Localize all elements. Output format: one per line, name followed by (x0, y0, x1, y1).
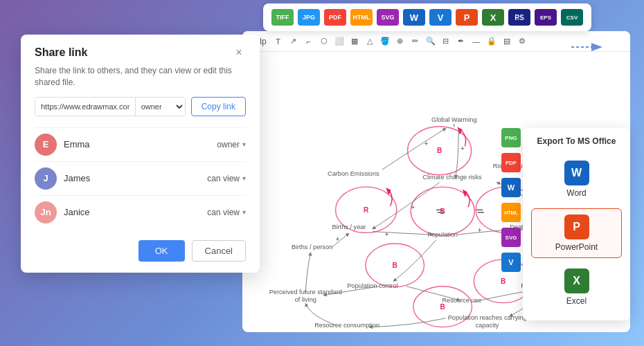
svg-text:Births / person: Births / person (292, 244, 332, 251)
format-jpg[interactable]: JPG (298, 9, 320, 26)
copy-link-button[interactable]: Copy link (191, 97, 246, 116)
zoom-tool[interactable]: 🔍 (424, 35, 437, 48)
cancel-button[interactable]: Cancel (192, 240, 246, 262)
user-row-janice: Jn Janice can view ▾ (35, 195, 246, 229)
svg-text:R: R (364, 206, 369, 214)
svg-text:Births / year: Births / year (332, 224, 366, 230)
export-label-excel: Excel (566, 296, 587, 306)
svg-text:Carbon Emissions: Carbon Emissions (328, 170, 379, 177)
svg-text:+: + (460, 145, 465, 152)
pen-tool[interactable]: ✒ (455, 35, 467, 48)
user-name-james: James (64, 173, 207, 183)
svg-text:+: + (411, 203, 415, 211)
user-name-emma: Emma (64, 139, 217, 149)
format-tool[interactable]: ▤ (501, 35, 513, 48)
export-items: W Word P PowerPoint X Excel (531, 154, 622, 312)
dialog-description: Share the link to others, and they can v… (21, 65, 260, 97)
user-row-james: J James can view ▾ (35, 161, 246, 195)
dialog-title: Share link (35, 46, 87, 59)
lock-tool[interactable]: 🔒 (485, 35, 498, 48)
chevron-down-icon: ▾ (242, 208, 246, 216)
user-row-emma: E Emma owner ▾ (35, 127, 246, 161)
link-input-wrap: owner can view can edit (35, 97, 186, 116)
user-role-james[interactable]: can view ▾ (207, 174, 246, 183)
avatar-janice: Jn (35, 201, 57, 224)
format-tiff[interactable]: TIFF (271, 9, 294, 26)
export-label-powerpoint: PowerPoint (555, 242, 598, 252)
svg-text:Population control: Population control (347, 282, 398, 289)
svg-text:capacity: capacity (476, 322, 499, 329)
chevron-down-icon: ▾ (242, 174, 246, 182)
side-icon-word[interactable]: W (501, 178, 521, 197)
svg-text:Resource consumption: Resource consumption (314, 322, 379, 329)
frame-tool[interactable]: ⊟ (440, 35, 452, 48)
edit-tool[interactable]: ✏ (409, 35, 422, 48)
export-panel-title: Export To MS Office (531, 136, 622, 146)
export-item-excel[interactable]: X Excel (531, 262, 622, 312)
side-icons: PNG PDF W HTML SVG V (501, 128, 521, 272)
svg-text:+: + (384, 230, 388, 238)
side-icon-vsd[interactable]: V (501, 253, 521, 272)
excel-icon: X (564, 268, 589, 293)
format-ppt[interactable]: P (456, 9, 478, 26)
svg-text:Climate change risks: Climate change risks (422, 174, 482, 181)
svg-text:B: B (501, 277, 506, 285)
svg-text:+: + (424, 140, 429, 147)
table-tool[interactable]: ▦ (348, 35, 361, 48)
user-role-janice[interactable]: can view ▾ (207, 208, 246, 217)
format-html[interactable]: HTML (350, 9, 373, 26)
avatar-james: J (35, 167, 57, 190)
export-label-word: Word (566, 188, 586, 198)
export-format-bar: TIFF JPG PDF HTML SVG W V P X PS EPS CSV (263, 3, 591, 31)
arrow-indicator: ← (514, 10, 528, 26)
format-csv[interactable]: CSV (561, 9, 583, 26)
svg-text:B: B (393, 262, 397, 269)
svg-text:+: + (336, 235, 340, 243)
ok-button[interactable]: OK (138, 240, 185, 262)
format-word[interactable]: W (403, 9, 425, 26)
format-pdf[interactable]: PDF (324, 9, 346, 26)
user-list: E Emma owner ▾ J James can view ▾ Jn Jan… (21, 127, 260, 229)
link-role-select[interactable]: owner can view can edit (135, 98, 185, 116)
dialog-header: Share link × (21, 35, 260, 65)
format-eps[interactable]: EPS (535, 9, 557, 26)
line-tool[interactable]: — (470, 35, 483, 48)
export-item-powerpoint[interactable]: P PowerPoint (531, 208, 622, 258)
side-icon-html[interactable]: HTML (501, 203, 521, 222)
arrow-tool[interactable]: ↗ (287, 35, 300, 48)
chevron-down-icon: ▾ (242, 140, 246, 148)
more-tool[interactable]: ⚙ (516, 35, 528, 48)
link-input[interactable] (35, 98, 135, 115)
user-role-emma[interactable]: owner ▾ (217, 140, 246, 149)
svg-text:B: B (440, 208, 445, 215)
shape-tool[interactable]: ⬡ (318, 35, 330, 48)
svg-marker-9 (463, 190, 467, 197)
svg-text:Population reaches carrying: Population reaches carrying (448, 314, 527, 321)
canvas-toolbar: Help T ↗ ⌐ ⬡ ⬜ ▦ △ 🪣 ⊕ ✏ 🔍 ⊟ ✒ — 🔒 ▤ ⚙ (242, 31, 630, 52)
user-name-janice: Janice (64, 207, 207, 217)
toolbar-icons: T ↗ ⌐ ⬡ ⬜ ▦ △ 🪣 ⊕ ✏ 🔍 ⊟ ✒ — 🔒 ▤ ⚙ (272, 35, 528, 48)
format-svg[interactable]: SVG (377, 9, 399, 26)
export-item-word[interactable]: W Word (531, 154, 622, 204)
svg-text:Global Warming: Global Warming (431, 116, 477, 123)
chart-tool[interactable]: △ (364, 35, 376, 48)
side-icon-png[interactable]: PNG (501, 128, 521, 147)
svg-text:B: B (440, 303, 445, 311)
format-vsd[interactable]: V (429, 9, 451, 26)
side-icon-pdf[interactable]: PDF (501, 153, 521, 172)
paint-tool[interactable]: 🪣 (379, 35, 391, 48)
text-tool[interactable]: T (272, 35, 285, 48)
crop-tool[interactable]: ⌐ (303, 35, 315, 48)
close-button[interactable]: × (232, 46, 246, 60)
svg-text:B: B (437, 147, 442, 154)
word-icon: W (564, 161, 589, 185)
share-dialog: Share link × Share the link to others, a… (21, 35, 260, 273)
powerpoint-icon: P (564, 215, 589, 239)
svg-marker-6 (386, 188, 391, 195)
side-icon-svg[interactable]: SVG (501, 228, 521, 247)
avatar-emma: E (35, 134, 57, 156)
connect-tool[interactable]: ⊕ (394, 35, 406, 48)
export-panel: Export To MS Office W Word P PowerPoint … (523, 128, 630, 320)
container-tool[interactable]: ⬜ (333, 35, 346, 48)
format-xlsx[interactable]: X (482, 9, 504, 26)
